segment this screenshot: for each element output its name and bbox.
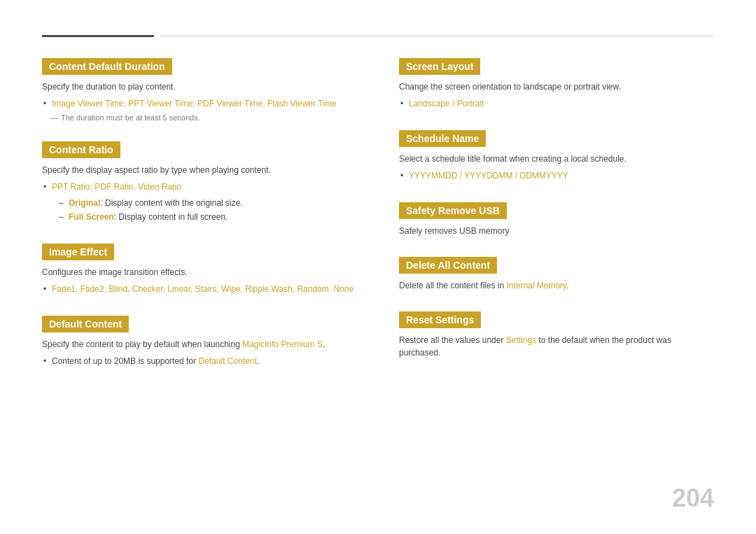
desc-delete-all-content: Delete all the content files in Internal… xyxy=(399,279,714,292)
label-original: Original xyxy=(69,198,100,208)
section-title-schedule-name: Schedule Name xyxy=(399,130,486,147)
left-column: Content Default Duration Specify the dur… xyxy=(42,58,357,388)
link-settings[interactable]: Settings xyxy=(506,335,536,345)
note-content-default-duration: The duration must be at least 5 seconds. xyxy=(42,113,357,122)
section-delete-all-content: Delete All Content Delete all the conten… xyxy=(399,257,714,292)
section-screen-layout: Screen Layout Change the screen orientat… xyxy=(399,58,714,111)
bullets-default-content: Content of up to 20MB is supported for D… xyxy=(42,355,357,368)
section-title-content-ratio: Content Ratio xyxy=(42,141,120,158)
link-magicinfo[interactable]: MagicInfo Premium S xyxy=(242,339,323,349)
top-rule-light xyxy=(161,36,714,36)
list-item: YYYYMMDD / YYYYDDMM / DDMMYYYY xyxy=(399,169,714,183)
link-ratio-types[interactable]: PPT Ratio, PDF Ratio, Video Ratio xyxy=(52,182,181,192)
link-effects[interactable]: Fade1, Fade2, Blind, Checker, Linear, St… xyxy=(52,284,354,294)
desc-reset-settings: Restore all the values under Settings to… xyxy=(399,334,714,359)
section-title-safety-remove-usb: Safety Remove USB xyxy=(399,202,507,219)
sub-bullets-content-ratio: Original: Display content with the origi… xyxy=(42,197,357,223)
bullets-image-effect: Fade1, Fade2, Blind, Checker, Linear, St… xyxy=(42,283,357,296)
list-item: PPT Ratio, PDF Ratio, Video Ratio xyxy=(42,181,357,194)
section-content-ratio: Content Ratio Specify the display aspect… xyxy=(42,141,357,224)
list-item: Landscape / Portrait xyxy=(399,97,714,111)
list-item: Fade1, Fade2, Blind, Checker, Linear, St… xyxy=(42,283,357,296)
section-title-default-content: Default Content xyxy=(42,316,129,332)
list-item: Original: Display content with the origi… xyxy=(59,197,357,210)
two-column-layout: Content Default Duration Specify the dur… xyxy=(42,58,714,388)
section-content-default-duration: Content Default Duration Specify the dur… xyxy=(42,58,357,122)
section-image-effect: Image Effect Configures the image transi… xyxy=(42,244,357,296)
section-reset-settings: Reset Settings Restore all the values un… xyxy=(399,311,714,359)
section-safety-remove-usb: Safety Remove USB Safely removes USB mem… xyxy=(399,202,714,237)
desc-content-default-duration: Specify the duration to play content. xyxy=(42,80,357,93)
section-title-delete-all-content: Delete All Content xyxy=(399,257,497,274)
bullets-content-default-duration: Image Viewer Time, PPT Viewer Time, PDF … xyxy=(42,97,357,111)
desc-schedule-name: Select a schedule title format when crea… xyxy=(399,153,714,165)
link-default-content[interactable]: Default Content xyxy=(198,356,256,366)
bullets-schedule-name: YYYYMMDD / YYYYDDMM / DDMMYYYY xyxy=(399,169,714,183)
desc-screen-layout: Change the screen orientation to landsca… xyxy=(399,80,714,93)
section-title-reset-settings: Reset Settings xyxy=(399,311,481,328)
right-column: Screen Layout Change the screen orientat… xyxy=(399,58,714,388)
section-schedule-name: Schedule Name Select a schedule title fo… xyxy=(399,130,714,183)
link-internal-memory[interactable]: Internal Memory xyxy=(506,281,566,290)
desc-content-ratio: Specify the display aspect ratio by type… xyxy=(42,164,357,176)
page-number: 204 xyxy=(672,484,714,513)
link-date-formats[interactable]: YYYYMMDD / YYYYDDMM / DDMMYYYY xyxy=(409,171,568,181)
section-default-content: Default Content Specify the content to p… xyxy=(42,316,357,368)
link-landscape-portrait[interactable]: Landscape / Portrait xyxy=(409,99,484,108)
page-container: Content Default Duration Specify the dur… xyxy=(0,0,756,416)
list-item: Content of up to 20MB is supported for D… xyxy=(42,355,357,368)
desc-image-effect: Configures the image transition effects. xyxy=(42,266,357,279)
list-item: Image Viewer Time, PPT Viewer Time, PDF … xyxy=(42,97,357,111)
section-title-screen-layout: Screen Layout xyxy=(399,58,480,75)
desc-default-content: Specify the content to play by default w… xyxy=(42,338,357,351)
top-rule xyxy=(42,35,714,37)
section-title-image-effect: Image Effect xyxy=(42,244,114,260)
link-viewer-times[interactable]: Image Viewer Time, PPT Viewer Time, PDF … xyxy=(52,99,336,108)
list-item: Full Screen: Display content in full scr… xyxy=(59,211,357,224)
top-rule-dark xyxy=(42,35,154,37)
desc-safety-remove-usb: Safely removes USB memory xyxy=(399,225,714,237)
label-full-screen: Full Screen xyxy=(69,212,114,222)
bullets-screen-layout: Landscape / Portrait xyxy=(399,97,714,111)
section-title-content-default-duration: Content Default Duration xyxy=(42,58,172,75)
bullets-content-ratio: PPT Ratio, PDF Ratio, Video Ratio xyxy=(42,181,357,194)
